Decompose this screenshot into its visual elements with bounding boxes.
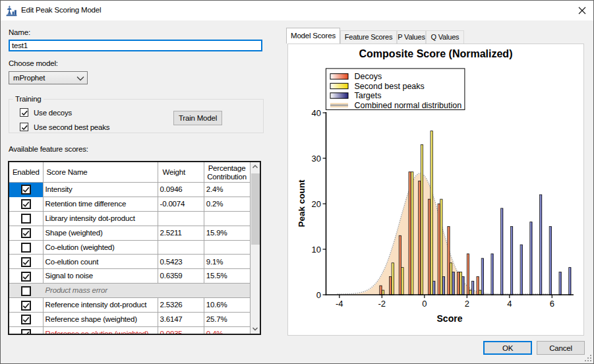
svg-text:Decoys: Decoys	[355, 72, 382, 81]
svg-text:Combined normal distribution: Combined normal distribution	[355, 100, 462, 109]
svg-text:6: 6	[550, 299, 554, 309]
svg-text:4: 4	[507, 299, 512, 309]
svg-text:20: 20	[312, 198, 321, 208]
svg-text:Score: Score	[437, 313, 463, 323]
svg-text:10: 10	[312, 244, 321, 254]
svg-text:-2: -2	[378, 299, 386, 309]
svg-text:Peak count: Peak count	[297, 179, 307, 227]
svg-text:Targets: Targets	[355, 91, 382, 100]
svg-text:Second best peaks: Second best peaks	[355, 81, 425, 90]
svg-text:2: 2	[465, 299, 469, 309]
svg-text:30: 30	[312, 153, 321, 163]
svg-text:40: 40	[312, 107, 321, 117]
svg-text:0: 0	[316, 289, 321, 299]
svg-text:-4: -4	[336, 299, 343, 309]
svg-text:Composite Score (Normalized): Composite Score (Normalized)	[359, 47, 513, 59]
svg-text:0: 0	[422, 299, 427, 309]
